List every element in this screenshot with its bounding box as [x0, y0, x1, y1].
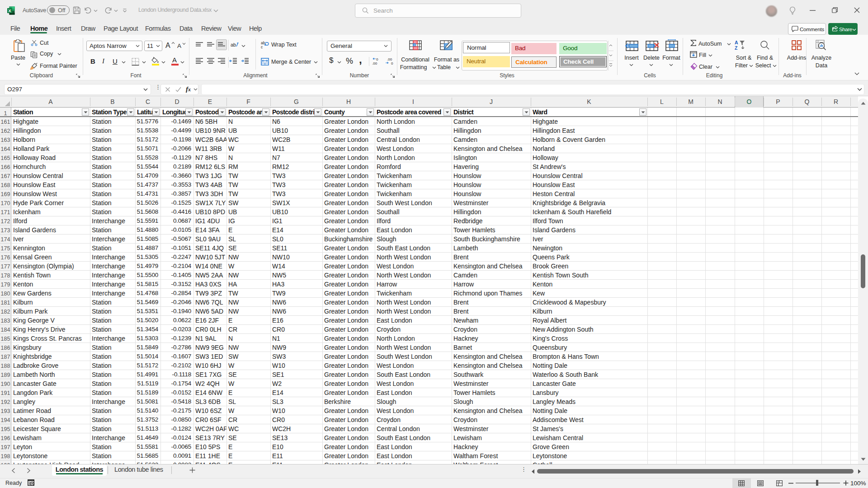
svg-text:0: 0: [376, 57, 378, 61]
svg-text:c: c: [261, 45, 263, 49]
svg-text:Z: Z: [735, 45, 738, 50]
svg-text:ab: ab: [231, 42, 236, 47]
svg-text:X: X: [8, 8, 11, 13]
svg-text:A: A: [735, 40, 738, 45]
svg-text:.00: .00: [372, 61, 377, 66]
